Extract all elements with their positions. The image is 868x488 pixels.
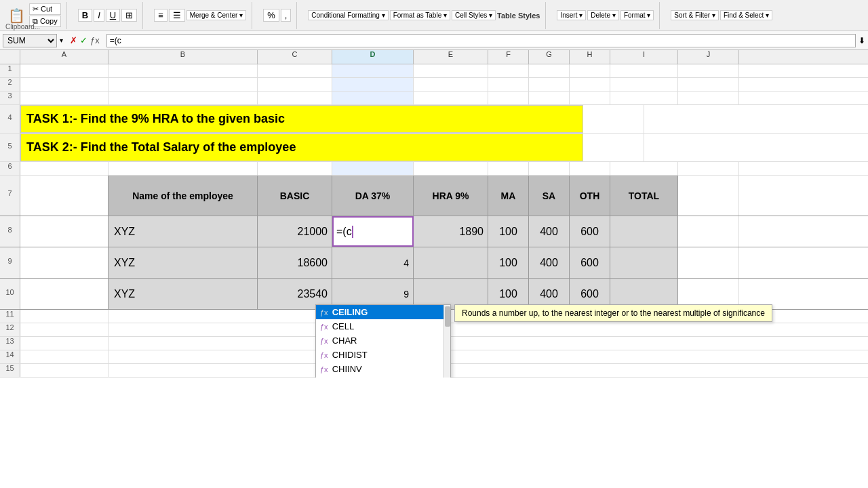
cell-b8-name[interactable]: XYZ: [108, 216, 258, 247]
cell-g1[interactable]: [529, 64, 570, 77]
cell-h3[interactable]: [570, 92, 610, 104]
cell-h9-oth[interactable]: 600: [570, 247, 610, 278]
cell-e8-hra[interactable]: 1890: [414, 216, 488, 247]
insert-button[interactable]: Insert ▾: [557, 10, 586, 20]
format-as-table-button[interactable]: Format as Table ▾: [390, 10, 450, 20]
cell-f6[interactable]: [488, 162, 529, 175]
formula-input[interactable]: [106, 34, 856, 47]
cell-c3[interactable]: [258, 92, 332, 104]
cell-b6[interactable]: [108, 162, 258, 175]
comma-button[interactable]: ,: [281, 9, 292, 22]
col-header-h[interactable]: H: [570, 50, 610, 64]
cell-c7-basic[interactable]: BASIC: [258, 176, 332, 216]
col-header-e[interactable]: E: [414, 50, 488, 64]
cell-e3[interactable]: [414, 92, 488, 104]
italic-button[interactable]: I: [94, 9, 104, 22]
cell-i2[interactable]: [610, 78, 678, 91]
formula-expand-icon[interactable]: ⬇: [859, 36, 865, 45]
cancel-formula-icon[interactable]: ✗: [70, 35, 77, 45]
sort-filter-button[interactable]: Sort & Filter ▾: [671, 10, 719, 20]
cell-j5[interactable]: [583, 134, 644, 161]
autocomplete-item-chiinv[interactable]: ƒx CHIINV: [316, 362, 450, 376]
cell-d7-da[interactable]: DA 37%: [332, 176, 414, 216]
underline-button[interactable]: U: [106, 9, 120, 22]
cell-c9-basic[interactable]: 18600: [258, 247, 332, 278]
bold-button[interactable]: B: [78, 9, 92, 22]
cell-h6[interactable]: [570, 162, 610, 175]
cell-f7-ma[interactable]: MA: [488, 176, 529, 216]
cell-a11[interactable]: [20, 310, 108, 323]
cell-j3[interactable]: [678, 92, 739, 104]
cell-b1[interactable]: [108, 64, 258, 77]
cell-f2[interactable]: [488, 78, 529, 91]
cell-j6[interactable]: [678, 162, 739, 175]
cell-c8-basic[interactable]: 21000: [258, 216, 332, 247]
cell-d9-da[interactable]: 4: [332, 247, 414, 278]
cell-i3[interactable]: [610, 92, 678, 104]
cell-h7-oth[interactable]: OTH: [570, 176, 610, 216]
cell-a8[interactable]: [20, 216, 108, 247]
cell-b14[interactable]: [108, 350, 868, 363]
cell-d2[interactable]: [332, 78, 414, 91]
cell-b3[interactable]: [108, 92, 258, 104]
col-header-c[interactable]: C: [258, 50, 332, 64]
cell-b5-merged[interactable]: TASK 2:- Find the Total Salary of the em…: [20, 134, 583, 161]
col-header-g[interactable]: G: [529, 50, 570, 64]
cell-f8-ma[interactable]: 100: [488, 216, 529, 247]
autocomplete-dropdown[interactable]: ƒx CEILING ƒx CELL ƒx CHAR ƒx CHIDIST ƒx…: [315, 304, 451, 378]
col-header-a[interactable]: A: [20, 50, 108, 64]
cell-b7-name[interactable]: Name of the employee: [108, 176, 258, 216]
cell-g6[interactable]: [529, 162, 570, 175]
cell-b15[interactable]: [108, 364, 868, 377]
autocomplete-item-chidist[interactable]: ƒx CHIDIST: [316, 348, 450, 362]
cell-h8-oth[interactable]: 600: [570, 216, 610, 247]
dropdown-arrow[interactable]: ▾: [60, 37, 63, 44]
cell-b9-name[interactable]: XYZ: [108, 247, 258, 278]
percent-button[interactable]: %: [263, 9, 279, 22]
col-header-i[interactable]: I: [610, 50, 678, 64]
autocomplete-item-ceiling[interactable]: ƒx CEILING: [316, 305, 450, 319]
cell-j7[interactable]: [678, 176, 739, 216]
border-button[interactable]: ⊞: [121, 9, 137, 22]
cell-f3[interactable]: [488, 92, 529, 104]
autocomplete-scrollbar[interactable]: [443, 305, 450, 378]
cell-d3[interactable]: [332, 92, 414, 104]
name-box[interactable]: SUM: [3, 34, 57, 47]
cell-a14[interactable]: [20, 350, 108, 363]
col-header-j[interactable]: J: [678, 50, 739, 64]
cell-a1[interactable]: [20, 64, 108, 77]
col-header-d[interactable]: D: [332, 50, 414, 64]
cell-g9-sa[interactable]: 400: [529, 247, 570, 278]
col-header-f[interactable]: F: [488, 50, 529, 64]
cell-d8-formula[interactable]: =(c: [332, 216, 414, 247]
cell-h2[interactable]: [570, 78, 610, 91]
cell-g3[interactable]: [529, 92, 570, 104]
cell-a12[interactable]: [20, 323, 108, 336]
conditional-formatting-button[interactable]: Conditional Formatting ▾: [308, 10, 388, 20]
cell-i8-total[interactable]: [610, 216, 678, 247]
cell-a3[interactable]: [20, 92, 108, 104]
cell-a7-empty[interactable]: [20, 176, 108, 216]
cell-i9-total[interactable]: [610, 247, 678, 278]
cell-i1[interactable]: [610, 64, 678, 77]
autocomplete-item-cell[interactable]: ƒx CELL: [316, 319, 450, 333]
autocomplete-item-chitest[interactable]: ƒx CHITEST: [316, 376, 450, 378]
cell-e6[interactable]: [414, 162, 488, 175]
cell-f1[interactable]: [488, 64, 529, 77]
cell-j9[interactable]: [678, 247, 739, 278]
delete-button[interactable]: Delete ▾: [587, 10, 619, 20]
format-button[interactable]: Format ▾: [620, 10, 654, 20]
cell-h1[interactable]: [570, 64, 610, 77]
cell-e2[interactable]: [414, 78, 488, 91]
cell-a13[interactable]: [20, 337, 108, 350]
align-left-button[interactable]: ≡: [154, 9, 167, 22]
find-select-button[interactable]: Find & Select ▾: [720, 10, 772, 20]
cell-a9[interactable]: [20, 247, 108, 278]
cell-c1[interactable]: [258, 64, 332, 77]
cell-d1[interactable]: [332, 64, 414, 77]
cell-g7-sa[interactable]: SA: [529, 176, 570, 216]
cell-a2[interactable]: [20, 78, 108, 91]
cell-e9-hra[interactable]: [414, 247, 488, 278]
cell-c2[interactable]: [258, 78, 332, 91]
cell-i7-total[interactable]: TOTAL: [610, 176, 678, 216]
